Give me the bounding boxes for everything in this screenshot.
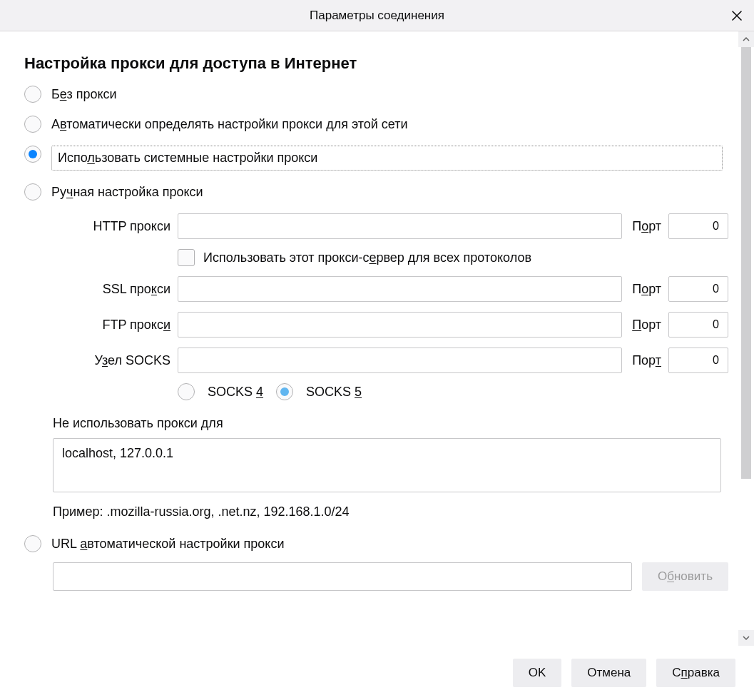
radio-auto-detect[interactable] [24,116,41,133]
radio-manual-proxy[interactable] [24,183,41,201]
socks-port-input[interactable] [668,348,728,373]
radio-pac-url-label: URL автоматической настройки прокси [51,537,285,552]
radio-socks5[interactable] [276,383,293,400]
ftp-port-input[interactable] [668,312,728,338]
proxy-section-heading: Настройка прокси для доступа в Интернет [24,54,728,73]
socks-version-row: SOCKS 4 SOCKS 5 [178,383,728,400]
ssl-proxy-row: SSL прокси Порт [53,276,728,302]
content-scroll: Настройка прокси для доступа в Интернет … [0,31,738,646]
manual-proxy-fields: HTTP прокси Порт Использовать этот прокс… [53,213,728,400]
radio-row-system-proxy: Использовать системные настройки прокси [24,146,728,171]
titlebar: Параметры соединения [0,0,754,31]
http-proxy-input[interactable] [178,213,622,239]
radio-socks5-label: SOCKS 5 [306,385,362,400]
no-proxy-for-label: Не использовать прокси для [53,416,728,431]
cancel-button[interactable]: Отмена [571,659,646,687]
radio-socks4[interactable] [178,383,195,400]
scroll-up-button[interactable] [738,31,754,47]
pac-url-input[interactable] [53,562,632,591]
radio-manual-proxy-label: Ручная настройка прокси [51,185,203,200]
ok-button[interactable]: OK [513,659,562,687]
socks-host-row: Узел SOCKS Порт [53,348,728,373]
radio-row-auto-detect: Автоматически определять настройки прокс… [24,116,728,133]
use-proxy-for-all-checkbox[interactable] [178,249,195,266]
radio-row-pac-url: URL автоматической настройки прокси [24,535,728,552]
content-area: Настройка прокси для доступа в Интернет … [0,31,754,646]
socks-host-label: Узел SOCKS [53,353,170,368]
ftp-proxy-label: FTP прокси [53,318,170,333]
reload-pac-button[interactable]: Обновить [642,562,728,591]
no-proxy-example: Пример: .mozilla-russia.org, .net.nz, 19… [53,504,728,519]
scroll-track[interactable] [738,47,754,630]
radio-no-proxy[interactable] [24,86,41,103]
ftp-proxy-input[interactable] [178,312,622,338]
radio-system-proxy-label: Использовать системные настройки прокси [58,151,317,166]
radio-row-manual-proxy: Ручная настройка прокси [24,183,728,201]
http-port-label: Порт [632,219,661,234]
http-proxy-label: HTTP прокси [53,219,170,234]
ssl-port-input[interactable] [668,276,728,302]
no-proxy-for-textarea[interactable] [53,438,721,492]
scroll-down-button[interactable] [738,630,754,646]
scroll-thumb[interactable] [741,47,751,479]
http-port-input[interactable] [668,213,728,239]
ssl-proxy-input[interactable] [178,276,622,302]
radio-system-proxy-label-wrap: Использовать системные настройки прокси [51,146,723,171]
radio-socks4-label: SOCKS 4 [208,385,263,400]
no-proxy-for-block: Не использовать прокси для Пример: .mozi… [53,416,728,519]
socks-host-input[interactable] [178,348,622,373]
connection-settings-dialog: Параметры соединения Настройка прокси дл… [0,0,754,700]
radio-row-no-proxy: Без прокси [24,86,728,103]
http-proxy-row: HTTP прокси Порт [53,213,728,239]
ftp-port-label: Порт [632,318,661,333]
use-proxy-for-all-row: Использовать этот прокси-сервер для всех… [178,249,728,266]
pac-url-input-row: Обновить [53,562,728,591]
ssl-proxy-label: SSL прокси [53,282,170,297]
close-icon[interactable] [730,9,744,23]
radio-no-proxy-label: Без прокси [51,87,117,102]
ssl-port-label: Порт [632,282,661,297]
use-proxy-for-all-label: Использовать этот прокси-сервер для всех… [203,250,531,265]
vertical-scrollbar[interactable] [738,31,754,646]
dialog-footer: OK Отмена Справка [0,646,754,700]
radio-system-proxy[interactable] [24,146,41,163]
radio-auto-detect-label: Автоматически определять настройки прокс… [51,117,408,132]
radio-pac-url[interactable] [24,535,41,552]
socks-port-label: Порт [632,353,661,368]
help-button[interactable]: Справка [656,659,735,687]
dialog-title: Параметры соединения [310,9,444,23]
ftp-proxy-row: FTP прокси Порт [53,312,728,338]
